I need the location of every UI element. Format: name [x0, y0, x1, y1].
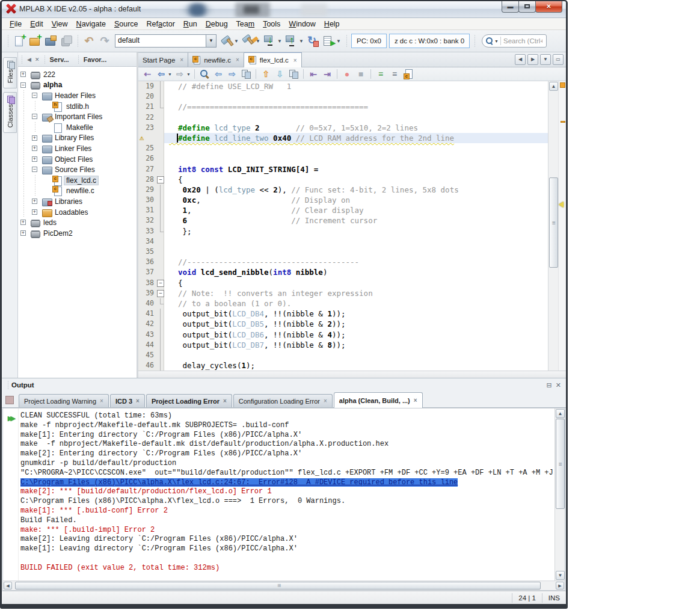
- chevron-down-icon[interactable]: ▼: [299, 38, 304, 44]
- close-panel-icon[interactable]: ✕: [33, 57, 41, 63]
- output-line[interactable]: C:\Program Files (x86)\PICC\alpha.X\flex…: [20, 478, 555, 488]
- search-input[interactable]: [500, 37, 544, 45]
- stop-macro-recording-button[interactable]: ■: [354, 68, 367, 80]
- tab-list-dropdown-icon[interactable]: ▼: [540, 54, 551, 65]
- expand-icon[interactable]: +: [32, 199, 37, 204]
- output-tab-project-loading-error[interactable]: Project Loading Error×: [146, 394, 232, 407]
- make-and-program-device-button[interactable]: ▼: [262, 33, 278, 49]
- tab-services[interactable]: Serv...: [48, 55, 75, 64]
- previous-occurrence-button[interactable]: ⇦: [212, 68, 225, 80]
- output-tab-alpha-clean-build-[interactable]: alpha (Clean, Build, ...)×: [334, 392, 423, 408]
- save-all-button[interactable]: [58, 33, 74, 49]
- search-box[interactable]: ▼: [482, 34, 547, 48]
- scroll-tabs-left-icon[interactable]: ◀: [515, 54, 526, 65]
- next-occurrence-button[interactable]: ⇨: [226, 68, 239, 80]
- tree-item-newfile-c[interactable]: newfile.c: [18, 186, 137, 197]
- configuration-select[interactable]: default▼: [115, 34, 217, 48]
- file-warning-status-icon[interactable]: [560, 82, 565, 88]
- titlebar[interactable]: MPLAB X IDE v2.05 - alpha : default ▬ ✕: [2, 1, 566, 18]
- sidebar-tab-classes[interactable]: Classes: [3, 92, 17, 133]
- tree-item-makefile[interactable]: Makefile: [18, 122, 137, 133]
- scroll-up-icon[interactable]: ▲: [549, 82, 558, 91]
- chevron-down-icon[interactable]: ▼: [256, 38, 260, 44]
- close-tab-icon[interactable]: ×: [293, 57, 297, 64]
- warning-mark[interactable]: [561, 121, 565, 123]
- code-editor[interactable]: 19 // #define USE_LCD_RW 12021 //=======…: [138, 81, 548, 371]
- scrollbar-thumb[interactable]: [549, 177, 558, 268]
- tree-expander[interactable]: +: [29, 207, 41, 218]
- tree-item-alpha[interactable]: −alpha: [18, 80, 137, 91]
- expand-icon[interactable]: +: [20, 220, 26, 225]
- chevron-down-icon[interactable]: ▼: [168, 72, 172, 76]
- tree-expander[interactable]: +: [18, 217, 29, 228]
- forward-button[interactable]: ⇨▼: [173, 68, 186, 80]
- close-window-group-icon[interactable]: ✕: [556, 381, 561, 389]
- maximize-button[interactable]: [518, 1, 536, 13]
- tree-expander[interactable]: +: [29, 154, 41, 165]
- tree-item-object-files[interactable]: +Object Files: [18, 154, 137, 165]
- menu-view[interactable]: View: [48, 19, 72, 29]
- maximize-editor-icon[interactable]: ▭: [553, 54, 564, 65]
- tree-item-header-files[interactable]: −Header Files: [18, 90, 137, 101]
- warning-icon[interactable]: ⚠: [140, 133, 144, 143]
- tree-expander[interactable]: +: [29, 196, 41, 207]
- tree-item-linker-files[interactable]: +Linker Files: [18, 143, 137, 154]
- tab-favorites[interactable]: Favor...: [82, 55, 113, 64]
- uncomment-button[interactable]: ≡: [388, 68, 401, 80]
- chevron-down-icon[interactable]: ▼: [234, 38, 239, 44]
- tree-item-stdlib-h[interactable]: stdlib.h: [18, 101, 137, 112]
- tree-item-222[interactable]: +222: [18, 69, 137, 80]
- output-horizontal-scrollbar[interactable]: ◀ ▶: [2, 581, 565, 591]
- expand-icon[interactable]: +: [32, 209, 37, 215]
- build-project-button[interactable]: ▼: [219, 33, 235, 49]
- expand-icon[interactable]: +: [20, 230, 26, 236]
- close-tab-icon[interactable]: ×: [236, 57, 239, 63]
- new-file-button[interactable]: [11, 33, 27, 49]
- editor-tab-start-page[interactable]: Start Page×: [138, 52, 188, 67]
- clean-and-build-button[interactable]: ▼: [241, 33, 256, 49]
- scroll-left-icon[interactable]: ◀: [4, 582, 12, 590]
- undo-button[interactable]: ↶: [81, 33, 97, 49]
- expand-icon[interactable]: +: [32, 135, 37, 141]
- shift-line-right-button[interactable]: ⇥: [321, 68, 334, 80]
- code-fold-icon[interactable]: [156, 174, 164, 185]
- toggle-bookmark-button[interactable]: [287, 68, 300, 80]
- menu-edit[interactable]: Edit: [26, 19, 48, 29]
- editor-tab-flex-lcd-c[interactable]: flex_lcd.c×: [244, 52, 302, 67]
- output-tab-configuration-loading-error[interactable]: Configuration Loading Error×: [233, 394, 333, 407]
- tree-item-loadables[interactable]: +Loadables: [18, 207, 137, 218]
- close-tab-icon[interactable]: ×: [180, 57, 183, 63]
- output-tab-project-loading-warning[interactable]: Project Loading Warning×: [19, 394, 109, 407]
- tree-item-important-files[interactable]: −Important Files: [18, 111, 137, 122]
- close-tab-icon[interactable]: ×: [414, 397, 417, 404]
- tree-expander[interactable]: +: [18, 228, 29, 239]
- menu-team[interactable]: Team: [232, 19, 259, 29]
- menu-window[interactable]: Window: [284, 19, 319, 29]
- go-to-header-button[interactable]: [402, 68, 415, 80]
- chevron-down-icon[interactable]: ▼: [494, 39, 499, 43]
- scroll-up-icon[interactable]: ▲: [556, 409, 565, 418]
- scroll-tabs-right-icon[interactable]: ▶: [527, 54, 538, 65]
- find-selection-button[interactable]: [198, 68, 211, 80]
- chevron-down-icon[interactable]: ▼: [206, 34, 217, 48]
- shift-line-left-button[interactable]: ⇤: [307, 68, 320, 80]
- comment-button[interactable]: ≡: [374, 68, 387, 80]
- code-fold-icon[interactable]: [156, 278, 164, 288]
- scroll-right-icon[interactable]: ▶: [556, 582, 564, 590]
- collapse-icon[interactable]: −: [32, 167, 37, 172]
- menu-run[interactable]: Run: [179, 19, 201, 29]
- error-stripe[interactable]: [558, 81, 566, 371]
- menu-file[interactable]: File: [5, 19, 26, 29]
- debug-project-button[interactable]: ▼: [321, 33, 337, 49]
- tree-expander[interactable]: −: [29, 164, 41, 175]
- editor-tab-newfile-c[interactable]: newfile.c×: [188, 52, 244, 67]
- collapse-icon[interactable]: −: [32, 114, 37, 119]
- menu-help[interactable]: Help: [320, 19, 344, 29]
- refresh-debug-tool-button[interactable]: [306, 33, 321, 49]
- tree-expander[interactable]: +: [29, 133, 41, 144]
- tree-item-picdem2[interactable]: +PicDem2: [18, 228, 137, 239]
- output-window-icon[interactable]: [5, 396, 14, 404]
- expand-icon[interactable]: +: [32, 156, 37, 162]
- collapse-panel-icon[interactable]: ◀: [25, 57, 33, 63]
- menu-tools[interactable]: Tools: [259, 19, 284, 29]
